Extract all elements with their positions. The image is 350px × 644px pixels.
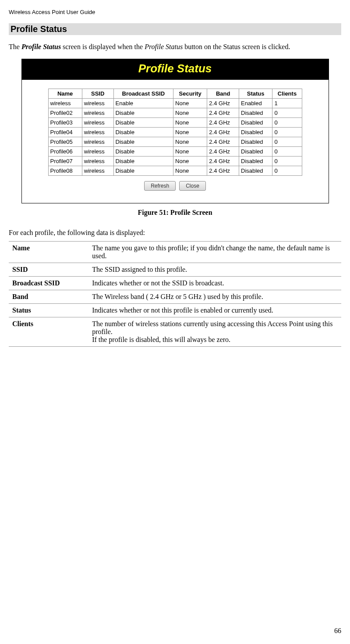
cell-ssid: wireless <box>82 166 113 176</box>
cell-band: 2.4 GHz <box>207 118 239 128</box>
desc-row: NameThe name you gave to this profile; i… <box>9 242 341 263</box>
cell-clients: 0 <box>272 118 302 128</box>
cell-clients: 0 <box>272 166 302 176</box>
cell-name: Profile03 <box>48 118 82 128</box>
desc-text: Indicates whether or not this profile is… <box>88 304 341 317</box>
figure-button-row: Refresh Close <box>48 181 302 191</box>
cell-ssid: wireless <box>82 118 113 128</box>
cell-ssid: wireless <box>82 128 113 137</box>
desc-label: Name <box>9 242 88 263</box>
cell-ssid: wireless <box>82 147 113 157</box>
cell-status: Disabled <box>239 147 272 157</box>
cell-status: Disabled <box>239 128 272 137</box>
cell-status: Disabled <box>239 118 272 128</box>
cell-ssid: wireless <box>82 108 113 118</box>
cell-name: wireless <box>48 99 82 108</box>
figure-titlebar: Profile Status <box>22 59 329 80</box>
table-row: Profile03wirelessDisableNone2.4 GHzDisab… <box>48 118 302 128</box>
col-security: Security <box>173 89 207 99</box>
desc-row: SSIDThe SSID assigned to this profile. <box>9 263 341 277</box>
cell-ssid: wireless <box>82 137 113 147</box>
desc-text: The SSID assigned to this profile. <box>88 263 341 277</box>
cell-security: None <box>173 118 207 128</box>
close-button[interactable]: Close <box>179 181 206 191</box>
intro-text: button on the Status screen is clicked. <box>183 43 290 50</box>
cell-broadcast: Disable <box>113 128 173 137</box>
cell-band: 2.4 GHz <box>207 108 239 118</box>
cell-band: 2.4 GHz <box>207 99 239 108</box>
profile-table: Name SSID Broadcast SSID Security Band S… <box>48 89 302 176</box>
doc-header: Wireless Access Point User Guide <box>9 9 341 15</box>
cell-band: 2.4 GHz <box>207 166 239 176</box>
cell-status: Disabled <box>239 166 272 176</box>
cell-clients: 0 <box>272 108 302 118</box>
intro-text: screen is displayed when the <box>61 43 145 50</box>
desc-label: Clients <box>9 317 88 347</box>
cell-security: None <box>173 137 207 147</box>
desc-row: Broadcast SSIDIndicates whether or not t… <box>9 277 341 290</box>
intro-paragraph: The Profile Status screen is displayed w… <box>9 42 341 52</box>
figure-caption: Figure 51: Profile Screen <box>9 209 341 217</box>
cell-broadcast: Disable <box>113 108 173 118</box>
cell-clients: 0 <box>272 157 302 166</box>
cell-name: Profile07 <box>48 157 82 166</box>
figure-profile-status: Profile Status Name SSID Broadcast SSID … <box>21 59 329 203</box>
table-row: Profile07wirelessDisableNone2.4 GHzDisab… <box>48 157 302 166</box>
cell-security: None <box>173 147 207 157</box>
cell-clients: 0 <box>272 137 302 147</box>
col-ssid: SSID <box>82 89 113 99</box>
cell-security: None <box>173 128 207 137</box>
lead-paragraph: For each profile, the following data is … <box>9 229 341 237</box>
desc-row: BandThe Wireless band ( 2.4 GHz or 5 GHz… <box>9 290 341 304</box>
col-name: Name <box>48 89 82 99</box>
desc-text: The number of wireless stations currentl… <box>88 317 341 347</box>
table-row: Profile06wirelessDisableNone2.4 GHzDisab… <box>48 147 302 157</box>
cell-name: Profile04 <box>48 128 82 137</box>
cell-band: 2.4 GHz <box>207 137 239 147</box>
table-row: wirelesswirelessEnableNone2.4 GHzEnabled… <box>48 99 302 108</box>
cell-security: None <box>173 108 207 118</box>
cell-broadcast: Enable <box>113 99 173 108</box>
cell-clients: 1 <box>272 99 302 108</box>
cell-status: Disabled <box>239 137 272 147</box>
cell-broadcast: Disable <box>113 118 173 128</box>
cell-ssid: wireless <box>82 157 113 166</box>
desc-label: Status <box>9 304 88 317</box>
cell-name: Profile05 <box>48 137 82 147</box>
cell-broadcast: Disable <box>113 137 173 147</box>
intro-profile-status-2: Profile Status <box>145 43 183 50</box>
refresh-button[interactable]: Refresh <box>144 181 176 191</box>
table-row: Profile04wirelessDisableNone2.4 GHzDisab… <box>48 128 302 137</box>
desc-label: SSID <box>9 263 88 277</box>
desc-row: StatusIndicates whether or not this prof… <box>9 304 341 317</box>
desc-text: Indicates whether or not the SSID is bro… <box>88 277 341 290</box>
section-title: Profile Status <box>9 23 341 35</box>
cell-security: None <box>173 157 207 166</box>
cell-security: None <box>173 99 207 108</box>
intro-profile-status-1: Profile Status <box>21 43 61 50</box>
cell-clients: 0 <box>272 147 302 157</box>
table-row: Profile08wirelessDisableNone2.4 GHzDisab… <box>48 166 302 176</box>
cell-band: 2.4 GHz <box>207 147 239 157</box>
figure-body: Name SSID Broadcast SSID Security Band S… <box>22 80 329 203</box>
desc-row: ClientsThe number of wireless stations c… <box>9 317 341 347</box>
cell-status: Enabled <box>239 99 272 108</box>
col-status: Status <box>239 89 272 99</box>
description-table: NameThe name you gave to this profile; i… <box>9 241 341 347</box>
cell-name: Profile08 <box>48 166 82 176</box>
cell-name: Profile02 <box>48 108 82 118</box>
desc-text: The Wireless band ( 2.4 GHz or 5 GHz ) u… <box>88 290 341 304</box>
cell-broadcast: Disable <box>113 166 173 176</box>
page-number: 66 <box>334 627 341 635</box>
cell-broadcast: Disable <box>113 147 173 157</box>
intro-text: The <box>9 43 21 50</box>
cell-clients: 0 <box>272 128 302 137</box>
cell-name: Profile06 <box>48 147 82 157</box>
col-broadcast-ssid-label: Broadcast SSID <box>122 90 165 97</box>
table-row: Profile02wirelessDisableNone2.4 GHzDisab… <box>48 108 302 118</box>
cell-broadcast: Disable <box>113 157 173 166</box>
cell-status: Disabled <box>239 157 272 166</box>
desc-text: The name you gave to this profile; if yo… <box>88 242 341 263</box>
desc-label: Band <box>9 290 88 304</box>
cell-band: 2.4 GHz <box>207 128 239 137</box>
